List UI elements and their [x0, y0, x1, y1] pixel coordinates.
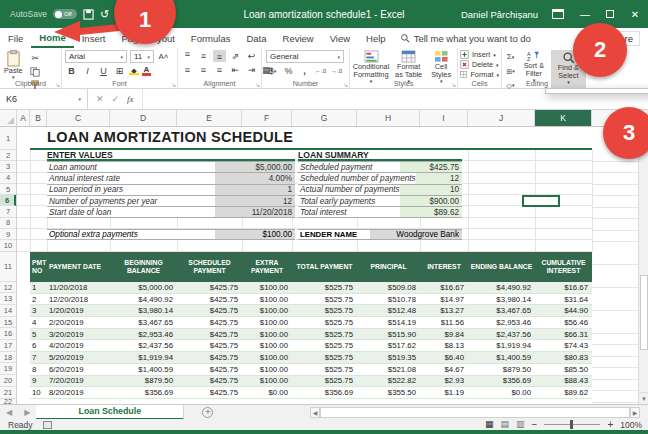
vertical-scrollbar[interactable]: ▼: [638, 127, 648, 404]
sheet-nav-left-icon[interactable]: ◀: [0, 408, 18, 417]
column-header-f[interactable]: F: [242, 110, 292, 126]
font-color-icon[interactable]: A: [142, 66, 151, 76]
row-header-18[interactable]: 18: [0, 352, 16, 364]
table-row[interactable]: 31/20/2019$3,980.14$425.75$100.00$525.75…: [30, 305, 592, 317]
wrap-text-icon[interactable]: ↩: [245, 50, 258, 62]
minimize-button[interactable]: —: [578, 9, 592, 20]
row-header-12[interactable]: 12: [0, 282, 16, 294]
increase-indent-icon[interactable]: ⇥: [245, 64, 258, 76]
top-align-icon[interactable]: ≡: [181, 50, 194, 62]
hscroll-right-icon[interactable]: ▶: [630, 407, 640, 418]
clipboard-dialog-launcher-icon[interactable]: ↘: [55, 81, 60, 88]
worksheet-grid[interactable]: LOAN AMORTIZATION SCHEDULE ENTER VALUES …: [0, 127, 648, 404]
column-header-a[interactable]: A: [17, 110, 30, 126]
row-header-15[interactable]: 15: [0, 317, 16, 329]
column-header-i[interactable]: I: [420, 110, 468, 126]
page-layout-view-icon[interactable]: ▤: [501, 420, 510, 429]
bold-icon[interactable]: B: [65, 65, 78, 77]
new-sheet-button[interactable]: +: [202, 407, 213, 418]
ribbon-display-options-icon[interactable]: [552, 9, 564, 19]
horizontal-scrollbar-track[interactable]: [320, 407, 630, 418]
center-icon[interactable]: ≡: [197, 64, 210, 76]
zoom-slider-thumb[interactable]: [570, 420, 573, 429]
font-dialog-launcher-icon[interactable]: ↘: [171, 81, 176, 88]
sheet-nav-right-icon[interactable]: ▶: [18, 408, 36, 417]
number-dialog-launcher-icon[interactable]: ↘: [343, 81, 348, 88]
row-header-16[interactable]: 16: [0, 328, 16, 340]
italic-icon[interactable]: I: [81, 65, 94, 77]
fill-color-icon[interactable]: ◆: [129, 67, 139, 76]
insert-function-icon[interactable]: fx: [127, 94, 134, 104]
styles-dialog-launcher-icon[interactable]: ↘: [451, 81, 456, 88]
column-header-h[interactable]: H: [357, 110, 420, 126]
vscroll-up-icon[interactable]: ▲: [638, 110, 648, 126]
font-name-select[interactable]: Arial ▾: [65, 50, 127, 63]
row-header-20[interactable]: 20: [0, 375, 16, 387]
decrease-indent-icon[interactable]: ⇤: [229, 64, 242, 76]
row-header-7[interactable]: 7: [0, 206, 16, 217]
row-header-14[interactable]: 14: [0, 305, 16, 317]
tab-formulas[interactable]: Formulas: [183, 30, 239, 47]
normal-view-icon[interactable]: ▦: [485, 420, 494, 429]
tab-data[interactable]: Data: [238, 30, 274, 47]
align-left-icon[interactable]: ≡: [181, 64, 194, 76]
tab-review[interactable]: Review: [275, 30, 322, 47]
row-header-3[interactable]: 3: [0, 161, 16, 172]
row-header-10[interactable]: 10: [0, 240, 16, 251]
table-row[interactable]: 108/20/2019$356.69$425.75$0.00$356.69$35…: [30, 387, 592, 399]
middle-align-icon[interactable]: ≡: [197, 50, 210, 62]
fill-icon[interactable]: ⊞▾: [504, 65, 517, 77]
sheet-tab-loan-schedule[interactable]: Loan Schedule: [36, 405, 184, 420]
table-row[interactable]: 75/20/2019$1,919.94$425.75$100.00$525.75…: [30, 352, 592, 364]
orientation-icon[interactable]: ⇗: [229, 50, 242, 62]
column-header-c[interactable]: C: [47, 110, 110, 126]
table-row[interactable]: 86/20/2019$1,400.59$425.75$100.00$525.75…: [30, 364, 592, 376]
vscroll-down-icon[interactable]: ▼: [639, 392, 648, 404]
row-header-4[interactable]: 4: [0, 173, 16, 184]
user-account[interactable]: Daniel Pârchișanu: [461, 9, 538, 20]
column-header-b[interactable]: B: [30, 110, 47, 126]
alignment-dialog-launcher-icon[interactable]: ↘: [255, 81, 260, 88]
tab-file[interactable]: File: [0, 30, 31, 47]
row-header-9[interactable]: 9: [0, 229, 16, 240]
autosum-icon[interactable]: Σ▾: [504, 51, 517, 63]
cut-icon[interactable]: ✂: [29, 52, 42, 64]
table-row[interactable]: 42/20/2019$3,467.65$425.75$100.00$525.75…: [30, 317, 592, 329]
tab-home[interactable]: Home: [31, 29, 73, 48]
row-header-2[interactable]: 2: [0, 150, 16, 161]
close-button[interactable]: ✕: [628, 9, 642, 20]
tab-page-layout[interactable]: Page Layout: [113, 30, 182, 47]
align-right-icon[interactable]: ≡: [213, 64, 226, 76]
tell-me-box[interactable]: Tell me what you want to do: [400, 33, 531, 44]
row-header-5[interactable]: 5: [0, 184, 16, 195]
row-header-1[interactable]: 1: [0, 127, 16, 150]
format-cells-button[interactable]: Format▾: [460, 70, 499, 79]
zoom-slider[interactable]: [544, 424, 600, 425]
row-header-19[interactable]: 19: [0, 363, 16, 375]
zoom-out-icon[interactable]: −: [532, 419, 538, 430]
row-header-11[interactable]: 11: [0, 252, 16, 282]
share-button[interactable]: Share: [589, 31, 640, 46]
maximize-button[interactable]: [606, 10, 614, 18]
table-row[interactable]: 212/20/2018$4,490.92$425.75$100.00$525.7…: [30, 294, 592, 306]
hscroll-left-icon[interactable]: ◀: [310, 407, 320, 418]
copy-icon[interactable]: [30, 67, 40, 77]
table-row[interactable]: 111/20/2018$5,000.00$425.75$100.00$525.7…: [30, 282, 592, 294]
delete-cells-button[interactable]: Delete▾: [460, 60, 499, 69]
vertical-scrollbar-thumb[interactable]: [640, 275, 648, 350]
column-header-e[interactable]: E: [177, 110, 242, 126]
bottom-align-icon[interactable]: ≡: [213, 50, 226, 62]
page-break-view-icon[interactable]: ▥: [516, 420, 525, 429]
borders-icon[interactable]: ⊞: [113, 65, 126, 77]
tab-insert[interactable]: Insert: [74, 30, 114, 47]
table-row[interactable]: 53/20/2019$2,953.46$425.75$100.00$525.75…: [30, 329, 592, 341]
column-header-j[interactable]: J: [468, 110, 535, 126]
comma-style-icon[interactable]: ,: [298, 65, 311, 77]
macro-record-icon[interactable]: [43, 421, 52, 429]
increase-decimal-icon[interactable]: ←.0: [314, 65, 327, 77]
underline-icon[interactable]: U: [97, 65, 110, 77]
number-format-select[interactable]: General ▾: [266, 50, 344, 63]
column-header-k[interactable]: K: [535, 110, 592, 126]
accounting-format-icon[interactable]: $▾: [266, 65, 279, 77]
column-header-g[interactable]: G: [292, 110, 357, 126]
